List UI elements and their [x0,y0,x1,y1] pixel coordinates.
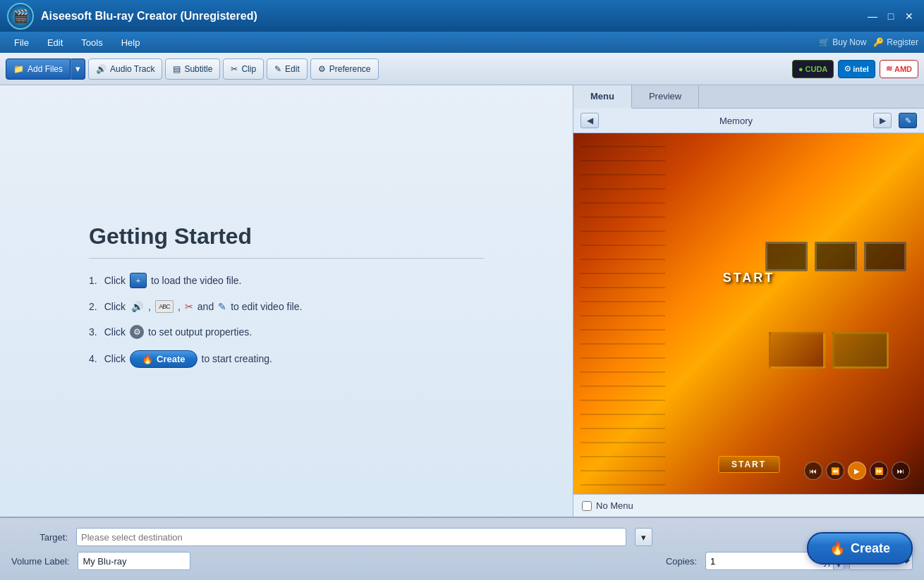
clip-icon: ✂ [231,64,238,74]
window-controls: — □ ✕ [865,8,917,24]
audio-track-button[interactable]: 🔊 Audio Track [88,58,162,80]
edit-inline-icon: ✎ [218,301,226,312]
edit-icon: ✎ [274,64,281,74]
skip-back-button[interactable]: ⏮ [804,462,822,480]
step-3-click: Click [104,326,126,338]
bottom-area: Target: ▾ Volume Label: Copies: ▲ ▼ Type… [0,517,924,580]
step-2-comma1: , [148,301,151,312]
right-panel: Menu Preview ◀ Memory ▶ ✎ [573,85,924,517]
film-frame-4 [769,332,825,369]
film-frame-3 [864,242,906,271]
rewind-button[interactable]: ⏪ [826,462,844,480]
audio-icon: 🔊 [96,64,107,74]
step-1-post: to load the video file. [151,275,241,286]
preference-button[interactable]: ⚙ Preference [310,58,379,80]
cuda-icon: ● [798,65,803,73]
create-inline-button[interactable]: 🔥 Create [130,350,197,368]
preview-image: START START ⏮ ⏪ ▶ ⏩ ⏭ [573,133,924,494]
no-menu-area: No Menu [573,494,924,517]
close-button[interactable]: ✕ [901,8,917,24]
film-frame-5 [832,332,889,369]
copies-spinner: ▲ ▼ [705,552,755,570]
clip-button[interactable]: ✂ Clip [223,58,264,80]
tab-menu[interactable]: Menu [573,85,632,109]
step-4-post: to start creating. [202,353,272,364]
step-2-click: Click [104,301,126,312]
tab-preview[interactable]: Preview [632,85,699,108]
step-3: 3. Click ⚙ to set output properties. [89,325,484,339]
main-area: Getting Started 1. Click + to load the v… [0,85,924,517]
step-3-num: 3. [89,326,97,338]
menu-help[interactable]: Help [113,35,149,51]
target-label: Target: [11,532,68,543]
step-2-and: and [197,301,214,312]
film-frames-bottom [769,332,889,369]
amd-icon: ≋ [886,64,892,73]
options-row: Volume Label: Copies: ▲ ▼ Type: BD-25 BD… [11,552,913,570]
page-title: Getting Started [89,223,484,259]
nav-next-button[interactable]: ▶ [873,113,892,128]
header-right: 🛒 Buy Now 🔑 Register [819,37,918,47]
app-logo: 🎬 [7,3,34,30]
cart-icon: 🛒 [819,37,829,47]
key-icon: 🔑 [873,37,884,47]
film-frame-2 [815,242,857,271]
left-panel: Getting Started 1. Click + to load the v… [0,85,573,517]
audio-inline-icon: 🔊 [130,300,144,314]
play-controls: ⏮ ⏪ ▶ ⏩ ⏭ [804,462,910,480]
preference-icon: ⚙ [318,64,326,74]
create-inline-icon: 🔥 [142,354,153,364]
film-frame-1 [765,242,808,271]
register-link[interactable]: 🔑 Register [873,37,918,47]
preference-inline-icon: ⚙ [130,325,144,339]
minimize-button[interactable]: — [865,8,880,24]
menu-tools[interactable]: Tools [73,35,111,51]
step-4: 4. Click 🔥 Create to start creating. [89,350,484,368]
add-files-inline-icon: + [130,273,147,288]
edit-menu-button[interactable]: ✎ [899,113,917,128]
step-4-click: Click [104,353,126,364]
toolbar-right: ● CUDA ⊙ intel ≋ AMD [792,60,918,78]
copies-label: Copies: [655,556,697,567]
amd-badge: ≋ AMD [880,60,918,78]
subtitle-button[interactable]: ▤ Subtitle [165,58,220,80]
step-1: 1. Click + to load the video file. [89,273,484,288]
no-menu-checkbox[interactable] [582,501,592,511]
play-button[interactable]: ▶ [848,462,866,480]
step-2: 2. Click 🔊 , ABC , ✂ and ✎ to edit video… [89,300,484,314]
step-3-post: to set output properties. [148,326,252,338]
add-files-dropdown[interactable]: ▾ [71,58,85,80]
skip-forward-button[interactable]: ⏭ [892,462,910,480]
step-1-click: Click [104,275,126,286]
intel-badge: ⊙ intel [838,60,875,78]
maximize-button[interactable]: □ [883,8,899,24]
preview-nav: ◀ Memory ▶ ✎ [573,109,924,133]
step-2-comma2: , [178,301,181,312]
subtitle-icon: ▤ [173,64,181,74]
step-1-num: 1. [89,275,97,286]
add-files-button[interactable]: 📁 Add Files [6,58,71,80]
target-dropdown-button[interactable]: ▾ [635,528,652,546]
step-4-num: 4. [89,353,97,364]
target-row: Target: ▾ [11,528,913,546]
add-files-icon: 📁 [13,64,24,74]
memory-label: Memory [606,116,866,126]
step-2-num: 2. [89,301,97,312]
clip-inline-icon: ✂ [185,301,193,312]
volume-label-input[interactable] [78,552,190,570]
nav-prev-button[interactable]: ◀ [580,113,599,128]
title-bar: 🎬 Aiseesoft Blu-ray Creator (Unregistere… [0,0,924,32]
buy-now-link[interactable]: 🛒 Buy Now [819,37,866,47]
no-menu-label: No Menu [596,500,633,511]
volume-label: Volume Label: [11,556,69,567]
create-main-button[interactable]: 🔥 Create [807,532,913,564]
start-button-overlay: START [718,456,779,473]
menu-edit[interactable]: Edit [39,35,71,51]
menu-bar: File Edit Tools Help 🛒 Buy Now 🔑 Registe… [0,32,924,53]
fast-forward-button[interactable]: ⏩ [870,462,888,480]
edit-button[interactable]: ✎ Edit [267,58,308,80]
cuda-badge: ● CUDA [792,60,834,78]
menu-file[interactable]: File [6,35,37,51]
step-2-post: to edit video file. [231,301,302,312]
target-input[interactable] [76,528,626,546]
